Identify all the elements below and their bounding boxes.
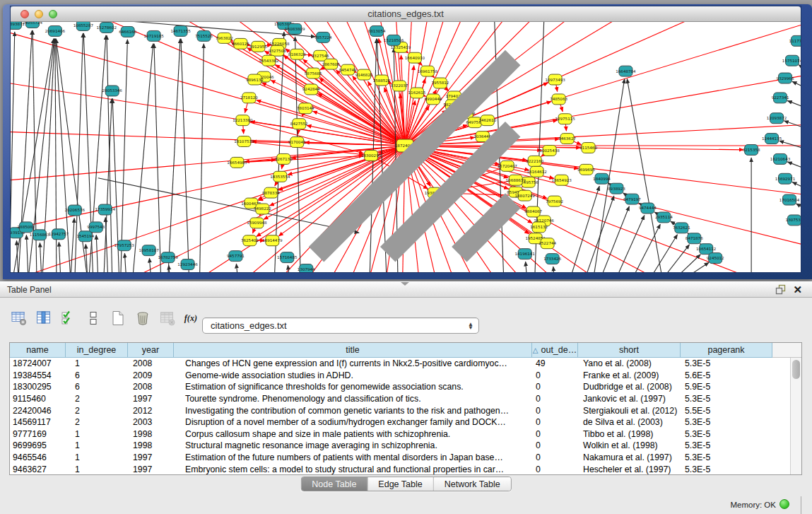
table-row[interactable]: 1938455462009Genome-wide association stu… (10, 370, 801, 382)
table-cell: 9463627 (10, 465, 66, 474)
table-row[interactable]: 977716911998Corpus callosum shape and si… (10, 428, 801, 440)
column-header-title[interactable]: title (174, 343, 532, 358)
table-cell: 1997 (128, 465, 174, 474)
show-columns-button[interactable] (35, 309, 53, 327)
table-cell: 5.3E-5 (681, 358, 772, 368)
column-header-pagerank[interactable]: pagerank (681, 343, 772, 358)
float-panel-button[interactable] (775, 284, 786, 295)
table-row[interactable]: 1456911722003Disruption of a novel membe… (10, 416, 801, 428)
table-cell: 19384554 (10, 370, 66, 380)
minimize-window-button[interactable] (35, 10, 43, 18)
table-cell: 1998 (128, 440, 174, 450)
table-cell: 1997 (128, 452, 174, 462)
table-options-button[interactable] (10, 309, 28, 327)
table-cell: Changes of HCN gene expression and I(f) … (174, 358, 532, 368)
table-cell: 5.3E-5 (681, 417, 772, 427)
column-header-in_degree[interactable]: in_degree (66, 343, 128, 358)
row-selection-button[interactable] (59, 309, 78, 327)
delete-columns-button[interactable] (134, 309, 152, 327)
table-row[interactable]: 1872400712008Changes of HCN gene express… (10, 358, 801, 370)
table-cell: Stergiakouli et al. (2012) (578, 406, 681, 416)
column-header-short[interactable]: short (578, 343, 681, 358)
table-cell: 5.3E-5 (681, 394, 772, 404)
table-row[interactable]: 2242004622012Investigating the contribut… (10, 404, 801, 416)
panel-title: Table Panel (0, 285, 52, 295)
table-cell: Estimation of the future numbers of pati… (174, 452, 532, 462)
memory-ok-indicator[interactable] (779, 499, 789, 509)
table-cell: 2008 (128, 358, 174, 368)
table-cell: 18300295 (10, 382, 66, 392)
table-cell: 2 (66, 406, 128, 416)
table-cell: 0 (532, 465, 578, 474)
table-cell: 2 (66, 417, 128, 427)
table-cell: 0 (532, 417, 578, 427)
table-panel-header[interactable]: Table Panel ✕ (0, 281, 812, 298)
resize-grip[interactable] (11, 22, 801, 272)
table-header-row: namein_degreeyeartitle△out_de…shortpager… (10, 343, 801, 358)
table-cell: 1 (66, 358, 128, 368)
tab-node-table[interactable]: Node Table (301, 477, 367, 491)
close-panel-button[interactable]: ✕ (793, 284, 802, 295)
table-cell: 1 (66, 429, 128, 439)
table-cell: Yano et al. (2008) (578, 358, 681, 368)
table-cell: 2 (66, 394, 128, 404)
table-source-value: citations_edges.txt (203, 320, 466, 331)
sort-ascending-icon: △ (533, 346, 539, 354)
table-cell: 5.3E-5 (681, 452, 772, 462)
table-cell: Franke et al. (2009) (578, 370, 681, 380)
table-source-select[interactable]: citations_edges.txt ▲▼ (202, 317, 479, 334)
network-canvas[interactable]: 7963822866012589129551522605893275081654… (11, 22, 801, 272)
split-view-button[interactable] (84, 309, 102, 327)
tab-edge-table[interactable]: Edge Table (367, 477, 433, 491)
scrollbar-thumb[interactable] (792, 360, 800, 379)
window-titlebar[interactable]: citations_edges.txt (11, 6, 801, 22)
table-cell: 9777169 (10, 429, 66, 439)
table-body: 1872400712008Changes of HCN gene express… (10, 358, 801, 475)
table-vertical-scrollbar[interactable] (790, 358, 801, 475)
table-cell: Genome-wide association studies in ADHD. (174, 370, 532, 380)
table-row[interactable]: 946554611997Estimation of the future num… (10, 452, 801, 464)
table-cell: 1998 (128, 429, 174, 439)
table-cell: Hescheler et al. (1997) (578, 465, 681, 474)
table-cell: 0 (532, 406, 578, 416)
table-cell: 6 (66, 382, 128, 392)
node-table: namein_degreeyeartitle△out_de…shortpager… (9, 342, 802, 475)
table-row[interactable]: 911546021997Tourette syndrome. Phenomeno… (10, 393, 801, 405)
tab-network-table[interactable]: Network Table (434, 477, 511, 491)
table-cell: Dudbridge et al. (2008) (578, 382, 681, 392)
table-cell: 2008 (128, 382, 174, 392)
network-window: citations_edges.txt 79638228660125891295… (3, 4, 812, 279)
function-builder-button[interactable]: f(x) (183, 309, 201, 327)
table-cell: Nakamura et al. (1997) (578, 452, 681, 462)
table-cell: 18724007 (10, 358, 66, 368)
svg-text:f(x): f(x) (184, 313, 197, 323)
table-cell: 0 (532, 452, 578, 462)
table-cell: 1 (66, 465, 128, 474)
table-cell: 6 (66, 370, 128, 380)
table-cell: 5.3E-5 (681, 429, 772, 439)
table-cell: 14569117 (10, 417, 66, 427)
status-divider (801, 496, 801, 514)
table-cell: 2012 (128, 406, 174, 416)
table-cell: 1997 (128, 394, 174, 404)
table-toolbar: f(x) (10, 307, 201, 329)
table-row[interactable]: 969969511998Structural magnetic resonanc… (10, 440, 801, 452)
column-header-year[interactable]: year (128, 343, 174, 358)
table-cell: 2009 (128, 370, 174, 380)
panel-drag-handle[interactable] (401, 282, 409, 286)
header-filler (772, 343, 801, 358)
table-cell: 0 (532, 440, 578, 450)
table-row[interactable]: 1830029562008Estimation of significance … (10, 381, 801, 393)
table-row[interactable]: 946362711997Embryonic stem cells: a mode… (10, 463, 801, 475)
column-header-name[interactable]: name (10, 343, 66, 358)
column-header-out_de[interactable]: △out_de… (532, 343, 578, 358)
create-column-button[interactable] (109, 309, 127, 327)
table-cell: 0 (532, 382, 578, 392)
table-cell: Structural magnetic resonance image aver… (174, 440, 532, 450)
close-window-button[interactable] (20, 10, 29, 18)
zoom-window-button[interactable] (49, 10, 57, 18)
delete-table-button[interactable] (158, 309, 177, 327)
table-cell: Corpus callosum shape and size in male p… (174, 429, 532, 439)
table-cell: Disruption of a novel member of a sodium… (174, 417, 532, 427)
window-title: citations_edges.txt (11, 8, 801, 19)
